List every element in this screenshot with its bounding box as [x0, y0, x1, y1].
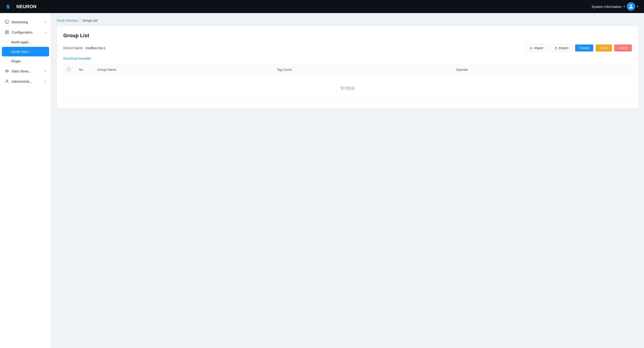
breadcrumb-parent[interactable]: South Devices	[57, 19, 78, 22]
svg-line-16	[6, 70, 6, 71]
clear-button[interactable]: Clear	[596, 45, 612, 52]
svg-rect-10	[5, 33, 6, 34]
plugin-label: Plugin	[11, 59, 21, 63]
logo-icon: N	[6, 2, 14, 11]
table-col-no: No	[75, 65, 94, 75]
breadcrumb: South Devices / Group List	[57, 19, 638, 22]
sidebar-item-configuration[interactable]: Configuration ∧	[0, 27, 51, 37]
configuration-icon	[5, 30, 9, 35]
svg-point-15	[8, 71, 8, 72]
delete-button[interactable]: Delete	[614, 45, 632, 52]
svg-rect-5	[5, 20, 9, 23]
sidebar-item-plugin[interactable]: Plugin	[0, 56, 51, 66]
configuration-label: Configuration	[12, 30, 32, 34]
user-icon	[629, 4, 633, 9]
import-button[interactable]: Import	[525, 44, 548, 52]
import-icon	[529, 46, 532, 50]
export-button[interactable]: Export	[550, 44, 573, 52]
toolbar-buttons: Import Export Create Cle	[525, 44, 632, 52]
svg-line-17	[6, 71, 6, 72]
toolbar: Device Name modbus-tcp-1 Import	[63, 44, 632, 52]
data-strea-chevron-icon: ∨	[44, 70, 46, 73]
svg-line-19	[8, 71, 8, 72]
table-empty-text: 暂无数据	[64, 75, 632, 102]
logo[interactable]: N NEURON	[6, 2, 36, 11]
create-button[interactable]: Create	[575, 45, 593, 52]
download-template-row: Download template	[63, 56, 632, 61]
device-name-value: modbus-tcp-1	[86, 46, 106, 50]
sidebar: Monitoring ∧ Configuration ∧ North Appli…	[0, 13, 51, 348]
monitoring-label: Monitoring	[12, 20, 28, 24]
header: N NEURON System Information ▾ ▾	[0, 0, 644, 13]
breadcrumb-current: Group List	[82, 19, 98, 22]
svg-point-20	[6, 80, 8, 81]
device-name-label: Device Name	[63, 46, 83, 50]
layout: Monitoring ∧ Configuration ∧ North Appli…	[0, 0, 644, 348]
table-col-tag-count: Tag Count	[273, 65, 452, 75]
sidebar-item-north-appli[interactable]: North Appli...	[0, 37, 51, 47]
admin-icon	[5, 79, 9, 84]
svg-rect-9	[8, 31, 8, 32]
sidebar-item-data-strea[interactable]: Data Strea... ∨	[0, 66, 51, 76]
header-right: System Information ▾ ▾	[592, 2, 638, 11]
table-header: No Group Name Tag Count Operate	[64, 65, 632, 75]
system-info-chevron-icon[interactable]: ▾	[624, 5, 625, 8]
north-appli-label: North Appli...	[11, 40, 31, 44]
svg-point-12	[5, 71, 6, 72]
sidebar-item-administrat[interactable]: Administrat... ∨	[0, 76, 51, 86]
administrat-chevron-icon: ∨	[44, 80, 46, 83]
svg-line-18	[8, 70, 8, 71]
configuration-chevron-icon: ∧	[44, 31, 46, 34]
app-title: NEURON	[16, 4, 36, 9]
table-col-checkbox[interactable]	[64, 65, 75, 75]
administrat-label: Administrat...	[12, 79, 32, 83]
svg-rect-11	[8, 33, 8, 34]
data-stream-icon	[5, 69, 9, 73]
svg-rect-8	[5, 31, 6, 32]
table-col-group-name: Group Name	[94, 65, 273, 75]
group-list-card: Group List Device Name modbus-tcp-1 Impo…	[57, 26, 638, 109]
export-icon	[554, 46, 558, 50]
system-info-label[interactable]: System Information	[592, 5, 622, 9]
table-col-operate: Operate	[452, 65, 632, 75]
select-all-checkbox[interactable]	[67, 68, 70, 71]
sidebar-item-south-devi[interactable]: South Devi...	[2, 47, 49, 56]
group-list-table: No Group Name Tag Count Operate 暂无数据	[63, 64, 632, 102]
data-strea-label: Data Strea...	[12, 69, 31, 73]
south-devi-label: South Devi...	[11, 50, 31, 54]
monitoring-chevron-icon: ∧	[44, 21, 46, 24]
download-template-link[interactable]: Download template	[63, 55, 91, 62]
avatar-chevron-icon[interactable]: ▾	[637, 5, 638, 8]
page-title: Group List	[63, 33, 632, 39]
breadcrumb-separator: /	[80, 19, 80, 22]
monitoring-icon	[5, 20, 9, 24]
main-content: South Devices / Group List Group List De…	[51, 13, 644, 348]
avatar[interactable]	[627, 2, 635, 11]
sidebar-item-monitoring[interactable]: Monitoring ∧	[0, 17, 51, 27]
